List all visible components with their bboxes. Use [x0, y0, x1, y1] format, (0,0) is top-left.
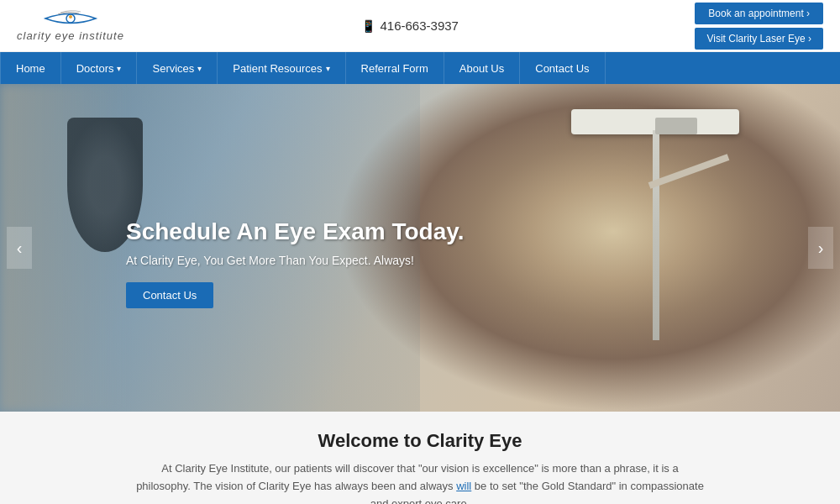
nav-item-services[interactable]: Services ▾ [137, 52, 218, 84]
hero-contact-button[interactable]: Contact Us [126, 282, 213, 308]
phone-icon: 📱 [361, 19, 375, 33]
phone-area: 📱 416-663-3937 [361, 18, 459, 33]
underline-text: will [456, 480, 471, 492]
chevron-down-icon: ▾ [197, 64, 202, 73]
hero-title: Schedule An Eye Exam Today. [126, 218, 465, 245]
nav-item-referral[interactable]: Referral Form [346, 52, 444, 84]
chevron-down-icon: ▾ [117, 64, 121, 73]
visit-laser-button[interactable]: Visit Clarity Laser Eye [695, 28, 823, 50]
logo-icon [37, 9, 104, 28]
nav-item-doctors[interactable]: Doctors ▾ [61, 52, 138, 84]
navigation: Home Doctors ▾ Services ▾ Patient Resour… [0, 52, 840, 84]
header-buttons: Book an appointment Visit Clarity Laser … [695, 3, 823, 50]
nav-item-contact[interactable]: Contact Us [520, 52, 605, 84]
carousel-prev-button[interactable]: ‹ [7, 227, 32, 269]
hero-section: Schedule An Eye Exam Today. At Clarity E… [0, 84, 840, 412]
welcome-section: Welcome to Clarity Eye At Clarity Eye In… [0, 412, 840, 504]
welcome-text: At Clarity Eye Institute, our patients w… [134, 460, 706, 504]
slit-lamp-arm [655, 118, 697, 134]
logo-area: clarity eye institute [17, 9, 124, 42]
phone-number: 416-663-3937 [381, 18, 459, 33]
nav-item-about[interactable]: About Us [444, 52, 520, 84]
header: clarity eye institute 📱 416-663-3937 Boo… [0, 0, 840, 52]
hero-subtitle: At Clarity Eye, You Get More Than You Ex… [126, 254, 465, 267]
carousel-next-button[interactable]: › [808, 227, 833, 269]
nav-item-home[interactable]: Home [0, 52, 61, 84]
nav-item-patient-resources[interactable]: Patient Resources ▾ [218, 52, 345, 84]
svg-point-1 [69, 15, 72, 18]
hero-content: Schedule An Eye Exam Today. At Clarity E… [126, 218, 465, 308]
chevron-down-icon: ▾ [326, 64, 330, 73]
slit-lamp-pole [653, 130, 659, 340]
book-appointment-button[interactable]: Book an appointment [695, 3, 823, 24]
welcome-title: Welcome to Clarity Eye [17, 430, 823, 452]
logo-text: clarity eye institute [17, 29, 124, 42]
